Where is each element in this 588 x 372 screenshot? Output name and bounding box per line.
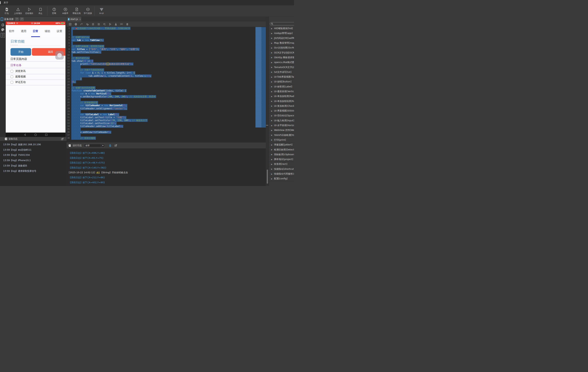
tree-expand-icon[interactable]: ▶ bbox=[271, 32, 273, 34]
module-item[interactable]: ▶HID键鼠模块[hid] bbox=[269, 26, 294, 31]
help-docs-button[interactable]: 帮助文档 bbox=[71, 6, 82, 16]
tree-expand-icon[interactable]: ▶ bbox=[271, 173, 273, 175]
indent-icon[interactable] bbox=[97, 23, 100, 25]
stop-button[interactable]: 停止 bbox=[35, 6, 46, 16]
module-item[interactable]: ▶OkHttp 网络请求管理 bbox=[269, 55, 294, 60]
undo-icon[interactable] bbox=[86, 23, 88, 25]
export-log-icon[interactable] bbox=[115, 144, 117, 147]
tree-expand-icon[interactable]: ▶ bbox=[271, 115, 273, 117]
hui-button[interactable]: H-UI bbox=[96, 6, 107, 16]
tree-expand-icon[interactable]: ▶ bbox=[271, 178, 273, 180]
tree-expand-icon[interactable]: ▶ bbox=[271, 144, 273, 146]
start-button[interactable]: 开始 bbox=[10, 48, 31, 56]
tree-expand-icon[interactable]: ▶ bbox=[271, 91, 273, 93]
nav-home-icon[interactable] bbox=[34, 133, 37, 136]
tree-expand-icon[interactable]: ▶ bbox=[271, 100, 273, 102]
module-item[interactable]: ▶Ocr识别结果[OcrRes bbox=[269, 45, 294, 50]
nav-recent-icon[interactable] bbox=[45, 133, 48, 136]
task-checkbox[interactable] bbox=[10, 75, 13, 78]
start-project-button[interactable]: 启动项目 bbox=[24, 6, 35, 16]
close-tab-icon[interactable]: × bbox=[79, 18, 81, 21]
tree-expand-icon[interactable]: ▶ bbox=[271, 81, 273, 83]
tree-expand-icon[interactable]: ▶ bbox=[271, 86, 273, 87]
expand-icon[interactable] bbox=[61, 138, 63, 140]
module-item[interactable]: ▶iosApp管理[app] bbox=[269, 31, 294, 36]
module-item[interactable]: ▶UI-按钮[Button] bbox=[269, 79, 294, 84]
tree-expand-icon[interactable]: ▶ bbox=[271, 129, 273, 131]
module-item[interactable]: ▶YoloV5目标检测[Yol bbox=[269, 133, 294, 138]
module-item[interactable]: ▶快捷指令[shortcut] bbox=[269, 167, 294, 172]
nav-back-icon[interactable] bbox=[24, 133, 26, 136]
task-row[interactable]: 观看视频 bbox=[10, 75, 26, 78]
module-item[interactable]: ▶WebView 控件[Web bbox=[269, 128, 294, 133]
module-item[interactable]: ▶opencv,Mat格式图像 bbox=[269, 60, 294, 65]
tree-expand-icon[interactable]: ▶ bbox=[271, 149, 273, 151]
module-item[interactable]: ▶打印[print] bbox=[269, 138, 294, 142]
upload-project-button[interactable]: 上传项目 bbox=[12, 6, 24, 16]
run-script-icon[interactable] bbox=[109, 23, 111, 25]
tree-expand-icon[interactable]: ▶ bbox=[271, 52, 273, 54]
module-item[interactable]: ▶UI-标签类[Label] bbox=[269, 85, 294, 89]
clear-log-brush-icon[interactable] bbox=[109, 144, 112, 147]
runlog-scrollbar-thumb[interactable] bbox=[267, 170, 268, 184]
tree-expand-icon[interactable]: ▶ bbox=[271, 154, 273, 155]
gap-scroll-dash[interactable] bbox=[266, 125, 268, 126]
tree-expand-icon[interactable]: ▶ bbox=[271, 47, 273, 49]
tree-expand-icon[interactable]: ▶ bbox=[271, 134, 273, 136]
log-filter-select[interactable]: 全部 ▼ bbox=[84, 144, 105, 147]
module-item[interactable]: ▶检测目标类[Detect] bbox=[269, 147, 294, 152]
tree-expand-icon[interactable]: ▶ bbox=[271, 42, 273, 44]
tree-expand-icon[interactable]: ▶ bbox=[271, 62, 273, 64]
module-item[interactable]: ▶UI-单选按钮类[Radio bbox=[269, 94, 294, 99]
tree-expand-icon[interactable]: ▶ bbox=[271, 57, 273, 58]
tab-startjs[interactable]: JS start.js × bbox=[67, 17, 81, 21]
module-item[interactable]: ▶UI-垂直容器[Vertica bbox=[269, 89, 294, 94]
code-editor[interactable]: 1// ●交流QQ群711841924群一，苹果内测群，528816639234… bbox=[67, 27, 269, 142]
website-button[interactable]: 官网 bbox=[49, 6, 60, 16]
minimap[interactable] bbox=[255, 27, 266, 128]
clear-variables-icon[interactable]: [X] bbox=[120, 23, 123, 25]
tree-expand-icon[interactable]: ▶ bbox=[271, 163, 273, 165]
task-row[interactable]: 评论互动 bbox=[10, 81, 26, 84]
yolo-icon[interactable]: YOLO bbox=[1, 33, 5, 37]
phone-tab-软件[interactable]: 软件 bbox=[9, 30, 14, 33]
tree-expand-icon[interactable]: ▶ bbox=[271, 168, 273, 170]
module-item[interactable]: ▶矩形类[rect] bbox=[269, 162, 294, 167]
phone-mirror[interactable]: 无SIM卡 14:04 69% 软件通用日常辅助设置 日常功能 *'-**-**… bbox=[6, 21, 65, 133]
module-item[interactable]: ▶弹窗提醒[jsAlert] bbox=[269, 142, 294, 147]
phone-tab-通用[interactable]: 通用 bbox=[21, 30, 26, 33]
module-item[interactable]: ▶JS代码运行时[selfRu bbox=[269, 36, 294, 41]
print-icon[interactable] bbox=[74, 23, 77, 25]
tree-expand-icon[interactable]: ▶ bbox=[271, 159, 273, 160]
debug-flask-icon[interactable] bbox=[115, 23, 117, 25]
tree-expand-icon[interactable]: ▶ bbox=[271, 71, 273, 73]
trash-icon[interactable] bbox=[126, 23, 128, 25]
browser-icon[interactable] bbox=[1, 23, 5, 27]
tree-expand-icon[interactable]: ▶ bbox=[271, 76, 273, 78]
module-search-input[interactable] bbox=[270, 22, 294, 25]
learning-resources-button[interactable]: 学习资源 bbox=[82, 6, 94, 16]
zoom-2x-button[interactable]: 2X bbox=[20, 18, 24, 21]
tree-expand-icon[interactable]: ▶ bbox=[271, 96, 273, 97]
task-checkbox[interactable] bbox=[10, 70, 13, 73]
ai-assistant-button[interactable]: AI助手 bbox=[60, 6, 71, 16]
device-log-body[interactable]: 13:59【log】连接192.168.10.10613:59【log】ws启动… bbox=[0, 141, 67, 186]
module-item[interactable]: ▶脚本项目[project] bbox=[269, 157, 294, 162]
run-log-body[interactable]: 【系统日志】按下{X=696,Y=88}【系统日志】按下{X=65,Y=75}【… bbox=[67, 149, 266, 186]
new-snippet-icon[interactable] bbox=[69, 23, 71, 25]
tree-expand-icon[interactable]: ▶ bbox=[271, 37, 273, 39]
tree-expand-icon[interactable]: ▶ bbox=[271, 139, 273, 141]
comment-icon[interactable]: /* bbox=[80, 23, 83, 25]
module-item[interactable]: ▶UI-单选按钮组类[Rad bbox=[269, 99, 294, 104]
module-item[interactable]: ▶TomatoOCR文字识别 bbox=[269, 65, 294, 70]
module-item[interactable]: ▶Map 数据管理[map] bbox=[269, 41, 294, 45]
phone-tab-设置[interactable]: 设置 bbox=[57, 30, 62, 33]
task-row[interactable]: 浏览资讯 bbox=[10, 70, 26, 73]
module-item[interactable]: ▶OCR文字识别[OCR] bbox=[269, 50, 294, 55]
module-item[interactable]: ▶UI-空白站位[Space] bbox=[269, 113, 294, 118]
tree-expand-icon[interactable]: ▶ bbox=[271, 120, 273, 121]
package-button[interactable]: 打包 bbox=[1, 6, 12, 16]
phone-tab-辅助[interactable]: 辅助 bbox=[45, 30, 50, 33]
assistive-touch-overlay[interactable] bbox=[55, 51, 64, 60]
module-item[interactable]: ▶UI-复选框类[CheckB bbox=[269, 104, 294, 109]
